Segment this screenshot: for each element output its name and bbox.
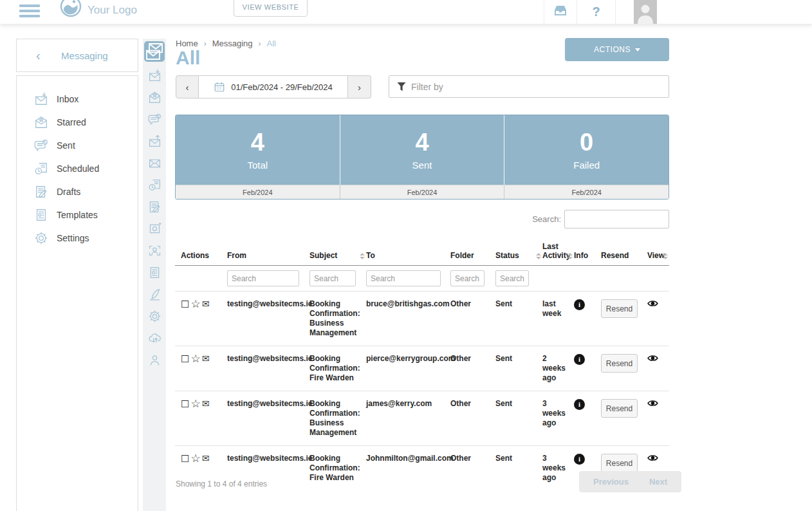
star-icon[interactable]: ☆	[190, 354, 200, 364]
star-icon[interactable]: ☆	[190, 299, 200, 309]
caret-down-icon	[635, 48, 640, 51]
sidebar-item-sent[interactable]: Sent	[17, 134, 138, 157]
star-icon[interactable]: ☆	[190, 454, 200, 463]
sidebar-menu: Inbox Starred Sent Scheduled Drafts Temp…	[16, 75, 138, 511]
rail-profile-icon[interactable]	[148, 353, 161, 367]
resend-button[interactable]: Resend	[601, 454, 638, 472]
view-eye-icon[interactable]	[647, 399, 658, 410]
date-range-picker[interactable]: 01/Feb/2024 - 29/Feb/2024	[199, 75, 348, 98]
view-eye-icon[interactable]	[647, 299, 658, 310]
filter-funnel-icon	[397, 82, 406, 92]
folder-search-input[interactable]	[450, 270, 484, 286]
column-search-row	[175, 266, 669, 292]
stat-failed-value: 0	[580, 129, 593, 156]
rail-contact-scan-icon[interactable]	[148, 244, 161, 257]
rail-outbox-icon[interactable]	[148, 135, 161, 148]
date-range-value: 01/Feb/2024 - 29/Feb/2024	[231, 82, 333, 92]
rail-media-icon[interactable]	[148, 222, 161, 236]
breadcrumb-messaging[interactable]: Messaging	[212, 39, 253, 48]
sidebar-item-settings[interactable]: Settings	[17, 227, 138, 250]
table-search-label: Search:	[476, 214, 561, 224]
logo-icon	[59, 0, 82, 18]
view-eye-icon[interactable]	[647, 454, 658, 465]
sidebar-item-label: Drafts	[57, 187, 80, 197]
col-folder: Folder	[450, 237, 495, 266]
notifications-tray-button[interactable]	[544, 0, 577, 24]
info-icon[interactable]: i	[574, 354, 585, 365]
actions-dropdown-button[interactable]: ACTIONS	[565, 38, 669, 61]
row-checkbox[interactable]: ☐	[181, 354, 189, 364]
subject-search-input[interactable]	[309, 270, 356, 286]
rail-messaging-active-icon[interactable]	[144, 41, 165, 62]
cell-last-activity: 2 weeks ago	[542, 346, 574, 391]
rail-mail-icon[interactable]	[148, 156, 161, 170]
app-window: Your Logo VIEW WEBSITE ? ‹ Messaging Inb…	[0, 0, 812, 511]
row-checkbox[interactable]: ☐	[181, 399, 189, 409]
col-last-activity[interactable]: Last Activity	[542, 237, 574, 266]
col-subject[interactable]: Subject	[309, 237, 366, 266]
rail-signature-icon[interactable]	[148, 288, 161, 301]
rail-drafts-icon[interactable]	[148, 200, 161, 214]
rail-inbox-icon[interactable]	[148, 69, 161, 82]
info-icon[interactable]: i	[574, 299, 585, 310]
view-eye-icon[interactable]	[647, 354, 658, 365]
envelope-icon[interactable]: ✉	[202, 454, 210, 463]
info-icon[interactable]: i	[574, 399, 585, 410]
star-icon[interactable]: ☆	[190, 399, 200, 409]
rail-settings-icon[interactable]	[148, 310, 161, 323]
info-icon[interactable]: i	[574, 454, 585, 465]
next-page-button[interactable]: Next	[639, 471, 678, 492]
rail-starred-icon[interactable]	[148, 91, 161, 104]
to-search-input[interactable]	[366, 270, 441, 286]
sidebar-title: Messaging	[41, 50, 129, 61]
sort-icon[interactable]	[536, 253, 541, 259]
view-website-button[interactable]: VIEW WEBSITE	[234, 0, 308, 17]
sort-icon[interactable]	[360, 253, 365, 259]
stats-periods: Feb/2024 Feb/2024 Feb/2024	[176, 185, 669, 199]
row-checkbox[interactable]: ☐	[181, 299, 189, 309]
filter-box	[389, 75, 669, 98]
envelope-icon[interactable]: ✉	[202, 299, 210, 309]
sidebar-item-templates[interactable]: Templates	[17, 203, 138, 227]
col-status[interactable]: Status	[495, 237, 542, 266]
table-search-input[interactable]	[564, 210, 669, 228]
date-next-button[interactable]: ›	[348, 75, 371, 98]
scheduled-icon	[34, 162, 48, 176]
hamburger-menu-icon[interactable]	[19, 2, 40, 20]
sidebar-item-label: Sent	[57, 140, 75, 151]
rail-templates-icon[interactable]	[148, 266, 161, 279]
help-button[interactable]: ?	[577, 0, 616, 24]
table-summary: Showing 1 to 4 of 4 entries	[176, 479, 267, 488]
sent-icon	[34, 138, 48, 153]
date-prev-button[interactable]: ‹	[176, 75, 199, 98]
sort-icon[interactable]	[663, 253, 668, 259]
calendar-icon	[214, 81, 225, 93]
from-search-input[interactable]	[227, 270, 299, 286]
row-checkbox[interactable]: ☐	[181, 454, 189, 463]
rail-cloud-sync-icon[interactable]	[148, 331, 161, 345]
rail-sent-icon[interactable]	[148, 113, 161, 126]
sidebar-item-scheduled[interactable]: Scheduled	[17, 157, 138, 180]
sidebar-item-inbox[interactable]: Inbox	[17, 88, 138, 111]
envelope-icon[interactable]: ✉	[202, 399, 210, 409]
col-view[interactable]: View	[647, 237, 669, 266]
filter-input[interactable]	[411, 82, 661, 92]
sort-icon[interactable]	[567, 253, 573, 259]
cell-to: pierce@kerrygroup.com	[366, 346, 450, 391]
col-info: Info	[574, 237, 601, 266]
cell-status: Sent	[495, 292, 542, 346]
inbox-icon	[34, 92, 48, 106]
resend-button[interactable]: Resend	[601, 354, 638, 373]
cell-last-activity: 3 weeks ago	[542, 391, 574, 446]
envelope-icon[interactable]: ✉	[202, 354, 210, 364]
user-avatar[interactable]	[634, 0, 657, 24]
previous-page-button[interactable]: Previous	[583, 471, 639, 492]
cell-to: Johnmilton@gmail.com	[366, 446, 450, 491]
status-search-input[interactable]	[495, 270, 529, 286]
rail-scheduled-icon[interactable]	[148, 178, 161, 192]
sidebar-collapse-icon[interactable]: ‹	[36, 49, 41, 62]
sidebar-item-drafts[interactable]: Drafts	[17, 180, 138, 203]
resend-button[interactable]: Resend	[601, 399, 638, 418]
sidebar-item-starred[interactable]: Starred	[17, 111, 138, 134]
resend-button[interactable]: Resend	[601, 299, 638, 318]
